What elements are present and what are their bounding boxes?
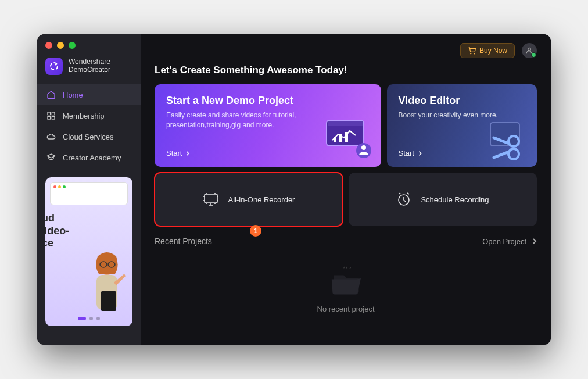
open-project-button[interactable]: Open Project	[482, 237, 537, 246]
grid-icon	[46, 111, 56, 120]
empty-folder-icon	[327, 266, 364, 296]
card-desc: Easily create and share videos for tutor…	[166, 110, 317, 130]
tool-cards: All-in-One Recorder Schedule Recording 1	[155, 173, 537, 226]
open-project-label: Open Project	[482, 237, 526, 246]
maximize-icon[interactable]	[69, 42, 76, 49]
svg-point-12	[474, 53, 475, 54]
svg-rect-15	[328, 121, 363, 126]
cart-icon	[468, 47, 476, 55]
header-bar: Buy Now	[155, 42, 537, 59]
academy-icon	[46, 153, 56, 162]
tool-label: All-in-One Recorder	[228, 195, 295, 204]
minimize-icon[interactable]	[57, 42, 64, 49]
annotation-badge: 1	[250, 225, 261, 237]
sidebar-nav: Home Membership Cloud Services Creator A…	[37, 84, 141, 168]
video-editor-card[interactable]: Video Editor Boost your creativity even …	[387, 84, 537, 167]
logo-mark-icon	[45, 58, 63, 75]
sidebar: Wondershare DemoCreator Home Membership …	[37, 34, 141, 345]
buy-now-button[interactable]: Buy Now	[460, 43, 515, 58]
svg-rect-4	[48, 116, 51, 119]
sidebar-item-academy[interactable]: Creator Academy	[37, 147, 141, 168]
sidebar-item-home[interactable]: Home	[37, 84, 141, 105]
card-title: Video Editor	[399, 95, 525, 107]
empty-text: No recent project	[317, 305, 375, 313]
svg-rect-2	[48, 112, 51, 115]
sidebar-item-label: Cloud Services	[63, 133, 113, 141]
promo-pagination	[78, 317, 100, 320]
sidebar-promo[interactable]: ud 'ideo- ce	[45, 177, 132, 326]
recent-title: Recent Projects	[155, 237, 212, 246]
card-cta: Start	[399, 149, 422, 158]
tool-label: Schedule Recording	[421, 195, 489, 204]
app-name: Wondershare DemoCreator	[69, 58, 110, 74]
svg-rect-18	[345, 132, 348, 142]
cloud-icon	[46, 132, 56, 141]
promo-dot[interactable]	[96, 317, 100, 320]
sidebar-item-label: Home	[63, 91, 83, 99]
svg-point-0	[51, 63, 58, 70]
svg-rect-5	[52, 116, 55, 119]
hero-cards: Start a New Demo Project Easily create a…	[155, 84, 537, 167]
svg-point-1	[55, 64, 57, 66]
svg-point-19	[356, 143, 371, 158]
chevron-right-icon	[185, 151, 190, 156]
svg-rect-3	[52, 112, 55, 115]
empty-state: No recent project	[155, 246, 537, 333]
svg-point-11	[471, 53, 471, 54]
new-demo-project-card[interactable]: Start a New Demo Project Easily create a…	[155, 84, 381, 167]
promo-window-mock	[50, 182, 128, 205]
svg-rect-17	[339, 134, 342, 142]
all-in-one-recorder-card[interactable]: All-in-One Recorder	[155, 173, 343, 226]
buy-now-label: Buy Now	[479, 47, 507, 55]
sidebar-item-membership[interactable]: Membership	[37, 105, 141, 126]
monitor-chart-icon	[323, 117, 374, 162]
main-content: Buy Now Let's Create Something Awesome T…	[141, 34, 551, 345]
card-cta: Start	[166, 149, 190, 158]
sidebar-item-label: Creator Academy	[63, 153, 121, 162]
card-title: Start a New Demo Project	[166, 95, 370, 107]
svg-point-13	[528, 48, 531, 51]
promo-dot[interactable]	[78, 317, 86, 320]
clock-alarm-icon	[396, 192, 411, 207]
home-icon	[46, 90, 56, 99]
promo-person-illustration	[85, 251, 129, 320]
user-avatar[interactable]	[522, 43, 537, 58]
app-window: Wondershare DemoCreator Home Membership …	[37, 34, 551, 345]
scissors-icon	[486, 117, 531, 162]
recent-projects-header: Recent Projects Open Project	[155, 237, 537, 246]
app-logo: Wondershare DemoCreator	[37, 55, 141, 84]
user-icon	[525, 47, 533, 55]
recorder-icon	[203, 192, 219, 206]
promo-text: ud 'ideo- ce	[45, 212, 69, 250]
close-icon[interactable]	[45, 42, 52, 49]
schedule-recording-card[interactable]: Schedule Recording	[349, 173, 537, 226]
svg-rect-24	[205, 194, 217, 203]
svg-point-23	[508, 149, 519, 159]
page-headline: Let's Create Something Awesome Today!	[155, 65, 537, 76]
chevron-right-icon	[418, 151, 422, 156]
chevron-right-icon	[532, 238, 537, 245]
promo-dot[interactable]	[89, 317, 93, 320]
svg-rect-16	[334, 137, 336, 142]
svg-rect-10	[101, 291, 116, 311]
sidebar-item-label: Membership	[63, 112, 105, 120]
svg-point-20	[361, 145, 366, 150]
sidebar-item-cloud[interactable]: Cloud Services	[37, 126, 141, 147]
window-controls	[45, 42, 76, 49]
